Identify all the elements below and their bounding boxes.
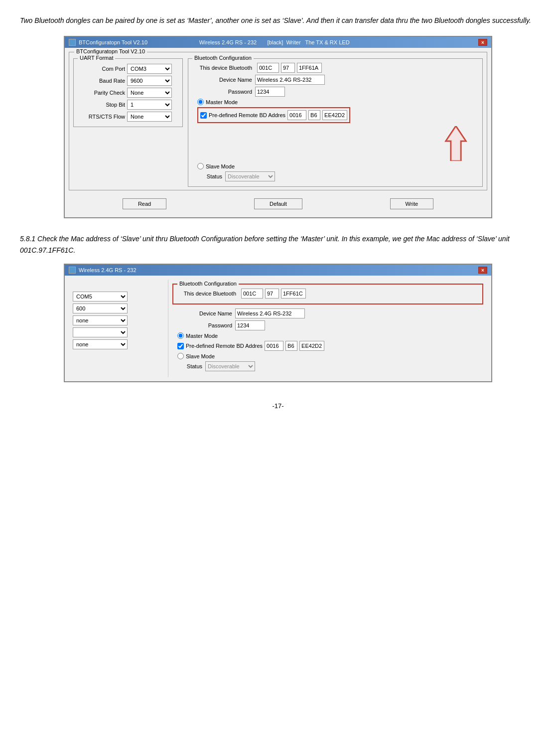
window2-title: Wireless 2.4G RS - 232 [79,267,137,273]
predefined2-val1[interactable] [265,341,283,351]
addr1-field[interactable] [257,63,279,73]
password2-field[interactable] [235,320,265,330]
master-mode2-row: Master Mode [177,332,483,339]
com-port-label: Com Port [78,66,125,72]
predefined-label: Pre-defined Remote BD Addres [209,112,285,118]
parity2-select[interactable]: none [73,315,128,325]
password-label: Password [192,89,252,95]
rtscts-label: RTS/CTS Flow [78,114,125,120]
app-icon [69,39,76,46]
parity-row: Parity Check None [78,88,178,98]
screenshot1-wrapper: BTConfiguratopn Tool V2.10 Wireless 2.4G… [20,36,536,218]
outer-group-legend: BTConfiguratopn Tool V2.10 [74,48,147,54]
password-field[interactable] [255,87,285,97]
slave2-radio[interactable] [177,353,184,359]
arrow-container [197,126,478,161]
master-mode-row: Master Mode [197,99,478,105]
stopbit2-row [73,327,164,337]
com-port-row: Com Port COM3 [78,64,178,74]
rtscts2-select[interactable]: none [73,339,128,349]
device-name2-field[interactable] [235,308,305,318]
master-radio[interactable] [197,99,204,105]
master-label: Master Mode [206,99,238,105]
status2-select[interactable]: Discoverable [205,361,255,371]
window2-body: COM5 600 none [65,276,491,381]
write-button[interactable]: Write [390,198,433,209]
stopbit-row: Stop Bit 1 [78,100,178,110]
master2-label: Master Mode [186,333,218,339]
button-row: Read Default Write [69,194,487,213]
addr3-field[interactable] [297,63,322,73]
slave-label: Slave Mode [206,163,235,169]
window2: Wireless 2.4G RS - 232 × COM5 600 [64,264,492,382]
intro-text: Two Bluetooth dongles can be paired by o… [20,15,536,26]
bt-legend: Bluetooth Configuration [192,55,254,61]
window-title: BTConfiguratopn Tool V2.10 [79,39,147,45]
predefined-val3[interactable] [322,110,347,120]
com-port-select[interactable]: COM3 [127,64,172,74]
outer-group: BTConfiguratopn Tool V2.10 UART Format C… [69,52,487,190]
uart-group: UART Format Com Port COM3 Baud Rate [73,58,183,127]
addr2-field[interactable] [281,63,295,73]
baud2-select[interactable]: 600 [73,303,128,313]
svg-marker-1 [446,126,466,161]
up-arrow [443,126,468,162]
this-device-row: This device Bluetooth [192,63,478,73]
predefined-highlighted-row: Pre-defined Remote BD Addres [197,107,350,123]
com-port2-select[interactable]: COM5 [73,292,128,302]
page-number: -17- [20,402,536,410]
device-name-label: Device Name [192,77,252,83]
uart-legend: UART Format [78,55,115,61]
device-name-row: Device Name [192,75,478,85]
close-button2[interactable]: × [478,267,487,274]
window-body: BTConfiguratopn Tool V2.10 UART Format C… [65,48,491,217]
rtscts2-row: none [73,339,164,349]
stopbit-select[interactable]: 1 [127,100,172,110]
this-device-label: This device Bluetooth [192,65,252,71]
partial-layout: COM5 600 none [69,280,487,377]
bt-group: Bluetooth Configuration This device Blue… [188,58,483,187]
titlebar2: Wireless 2.4G RS - 232 × [65,265,491,276]
status-label: Status [197,173,222,179]
close-button[interactable]: × [478,39,487,46]
baud-rate-select[interactable]: 9600 [127,76,172,86]
addr2-field2[interactable] [265,289,279,299]
predefined2-val3[interactable] [299,341,324,351]
read-button[interactable]: Read [123,198,166,209]
slave-mode-row: Slave Mode [197,163,478,169]
slave-mode2-row: Slave Mode [177,353,483,359]
titlebar1: BTConfiguratopn Tool V2.10 Wireless 2.4G… [65,37,491,48]
rtscts-select[interactable]: None [127,112,172,122]
device-name-field[interactable] [255,75,325,85]
addr1-field2[interactable] [241,289,263,299]
default-button[interactable]: Default [254,198,302,209]
baud2-row: 600 [73,303,164,313]
predefined-checkbox[interactable] [200,112,207,119]
app-icon2 [69,267,76,274]
bt-section: Bluetooth Configuration This device Blue… [188,58,483,187]
predefined2-val2[interactable] [285,341,297,351]
baud-rate-label: Baud Rate [78,78,125,84]
rtscts-row: RTS/CTS Flow None [78,112,178,122]
status-select[interactable]: Discoverable [225,171,275,181]
addr3-field2[interactable] [281,289,306,299]
predefined-val1[interactable] [287,110,306,120]
parity-select[interactable]: None [127,88,172,98]
device-name2-label: Device Name [172,310,232,316]
this-device2-label: This device Bluetooth [176,291,236,297]
stopbit2-select[interactable] [73,327,128,337]
partial-right: Bluetooth Configuration This device Blue… [168,280,487,377]
this-device2-row: This device Bluetooth [176,289,479,299]
slave-radio[interactable] [197,163,204,169]
master2-radio[interactable] [177,332,184,339]
title2-left: Wireless 2.4G RS - 232 [69,267,137,274]
partial-left: COM5 600 none [69,280,168,377]
addr-row [257,63,322,73]
window-subtitle: Wireless 2.4G RS - 232 [199,39,257,45]
window-extra: [black] Writer The TX & RX LED [260,39,349,45]
predefined2-row: Pre-defined Remote BD Addres [177,341,483,351]
predefined-val2[interactable] [308,110,320,120]
addr2-row [241,289,306,299]
predefined2-checkbox[interactable] [177,343,184,349]
parity2-row: none [73,315,164,325]
